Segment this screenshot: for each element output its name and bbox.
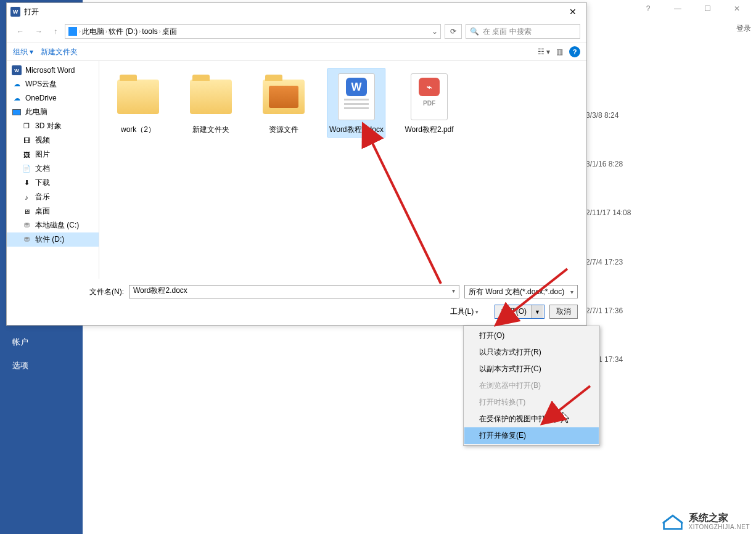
pdf-icon: ⌁PDF	[411, 73, 448, 120]
dialog-footer: 文件名(N): Word教程2.docx 所有 Word 文档(*.docx;*…	[7, 279, 586, 325]
watermark-cn: 系统之家	[689, 512, 750, 524]
sidebar-item-account[interactable]: 帐户	[0, 331, 83, 354]
cloud-icon: ☁	[12, 80, 22, 89]
refresh-button[interactable]: ⟳	[445, 24, 462, 39]
search-placeholder: 在 桌面 中搜索	[483, 27, 532, 37]
menu-item: 在浏览器中打开(B)	[464, 377, 599, 394]
tree-item-drive-c[interactable]: ⛃本地磁盘 (C:)	[7, 218, 99, 232]
up-button[interactable]: ↑	[50, 27, 61, 36]
back-button[interactable]: ←	[13, 27, 28, 36]
docx-icon: W	[338, 73, 375, 120]
filename-input[interactable]: Word教程2.docx	[129, 285, 459, 298]
view-menu-icon[interactable]: ☷ ▾	[538, 47, 550, 56]
chevron-right-icon: ›	[159, 28, 161, 35]
close-icon[interactable]: ✕	[724, 1, 750, 16]
folder-icon	[117, 80, 159, 114]
open-dropdown-menu: 打开(O)以只读方式打开(R)以副本方式打开(C)在浏览器中打开(B)打开时转换…	[463, 326, 600, 446]
tree-item-video[interactable]: 🎞视频	[7, 133, 99, 147]
file-item-folder[interactable]: work（2）	[109, 68, 167, 138]
breadcrumb[interactable]: › 此电脑 › 软件 (D:) › tools › 桌面 ⌄	[65, 24, 441, 39]
folder-icon	[263, 80, 305, 114]
tree-item-pictures[interactable]: 🖼图片	[7, 147, 99, 162]
file-label: Word教程2.docx	[329, 125, 384, 134]
menu-item[interactable]: 打开(O)	[464, 327, 599, 344]
file-item-folder[interactable]: 资源文件	[255, 68, 313, 138]
chevron-down-icon[interactable]: ⌄	[432, 27, 438, 36]
minimize-icon[interactable]: —	[665, 1, 691, 16]
chevron-right-icon: ›	[105, 28, 107, 35]
dialog-titlebar: W 打开 ✕	[7, 3, 586, 20]
menu-item[interactable]: 以副本方式打开(C)	[464, 361, 599, 377]
tree-item-desktop[interactable]: 🖥桌面	[7, 204, 99, 218]
file-item-folder[interactable]: 新建文件夹	[182, 68, 240, 138]
onedrive-icon: ☁	[12, 93, 22, 103]
open-split-button[interactable]: ▼	[532, 305, 543, 318]
preview-pane-icon[interactable]: ▥	[556, 47, 563, 56]
search-icon: 🔍	[470, 27, 479, 36]
breadcrumb-item[interactable]: 软件 (D:)	[109, 27, 138, 37]
downloads-icon: ⬇	[22, 178, 31, 188]
breadcrumb-item[interactable]: 桌面	[162, 27, 177, 37]
dialog-title: 打开	[24, 7, 39, 17]
tools-menu[interactable]: 工具(L)	[450, 306, 479, 317]
organize-menu[interactable]: 组织 ▾	[13, 47, 33, 57]
tree-item-thispc[interactable]: 此电脑	[7, 105, 99, 119]
tree-item-downloads[interactable]: ⬇下载	[7, 176, 99, 190]
dialog-body: WMicrosoft Word ☁WPS云盘 ☁OneDrive 此电脑 ❒3D…	[7, 61, 586, 279]
forward-button: →	[31, 27, 46, 36]
tree-item-music[interactable]: ♪音乐	[7, 190, 99, 204]
cube-icon: ❒	[22, 121, 31, 131]
login-link[interactable]: 登录	[736, 23, 751, 34]
list-item: 2/11/17 14:08	[586, 207, 631, 219]
file-item-docx[interactable]: W Word教程2.docx	[327, 68, 385, 138]
filetype-select[interactable]: 所有 Word 文档(*.docx;*.doc)	[464, 285, 578, 298]
open-button-label: 打开(O)	[501, 306, 527, 317]
filename-label: 文件名(N):	[15, 287, 124, 297]
nav-tree: WMicrosoft Word ☁WPS云盘 ☁OneDrive 此电脑 ❒3D…	[7, 61, 99, 279]
file-label: work（2）	[121, 125, 155, 134]
house-icon	[662, 513, 684, 530]
watermark-en: XITONGZHIJIA.NET	[689, 524, 750, 530]
drive-icon: ⛃	[22, 221, 31, 231]
tree-item-onedrive[interactable]: ☁OneDrive	[7, 91, 99, 105]
file-item-pdf[interactable]: ⌁PDF Word教程2.pdf	[400, 68, 458, 138]
watermark: 系统之家 XITONGZHIJIA.NET	[662, 512, 750, 530]
open-dialog: W 打开 ✕ ← → ↑ › 此电脑 › 软件 (D:) › tools › 桌…	[6, 2, 587, 326]
video-icon: 🎞	[22, 136, 31, 146]
help-icon[interactable]: ?	[635, 1, 661, 16]
close-button[interactable]: ✕	[563, 7, 583, 17]
pc-icon	[12, 107, 22, 117]
menu-item[interactable]: 打开并修复(E)	[464, 427, 599, 444]
tree-item-documents[interactable]: 📄文档	[7, 162, 99, 176]
tree-item-3d[interactable]: ❒3D 对象	[7, 119, 99, 133]
desktop-icon: 🖥	[22, 207, 31, 216]
menu-item[interactable]: 以只读方式打开(R)	[464, 344, 599, 361]
file-label: Word教程2.pdf	[405, 125, 453, 134]
search-input[interactable]: 🔍 在 桌面 中搜索	[466, 24, 580, 39]
new-folder-button[interactable]: 新建文件夹	[41, 47, 78, 57]
file-label: 新建文件夹	[192, 125, 229, 134]
menu-item: 打开时转换(T)	[464, 394, 599, 411]
menu-item[interactable]: 在受保护的视图中打开(P)	[464, 411, 599, 427]
word-icon: W	[12, 65, 22, 75]
tree-item-wps[interactable]: ☁WPS云盘	[7, 77, 99, 91]
word-icon: W	[10, 7, 20, 17]
breadcrumb-item[interactable]: 此电脑	[82, 27, 104, 37]
tree-item-drive-d[interactable]: ⛃软件 (D:)	[7, 232, 99, 247]
dialog-toolbar: 组织 ▾ 新建文件夹 ☷ ▾ ▥ ?	[7, 43, 586, 61]
drive-icon: ⛃	[22, 235, 31, 245]
music-icon: ♪	[22, 192, 31, 202]
chevron-right-icon: ›	[79, 28, 81, 35]
help-icon[interactable]: ?	[569, 46, 580, 57]
sidebar-item-options[interactable]: 选项	[0, 354, 83, 377]
cancel-button[interactable]: 取消	[549, 305, 578, 319]
open-button[interactable]: 打开(O) ▼	[495, 305, 544, 319]
breadcrumb-item[interactable]: tools	[142, 27, 157, 36]
chevron-right-icon: ›	[139, 28, 141, 35]
tree-item-word[interactable]: WMicrosoft Word	[7, 64, 99, 77]
maximize-icon[interactable]: ☐	[694, 1, 720, 16]
folder-icon	[190, 80, 232, 114]
pictures-icon: 🖼	[22, 150, 31, 160]
documents-icon: 📄	[22, 164, 31, 174]
drive-icon	[68, 27, 78, 36]
